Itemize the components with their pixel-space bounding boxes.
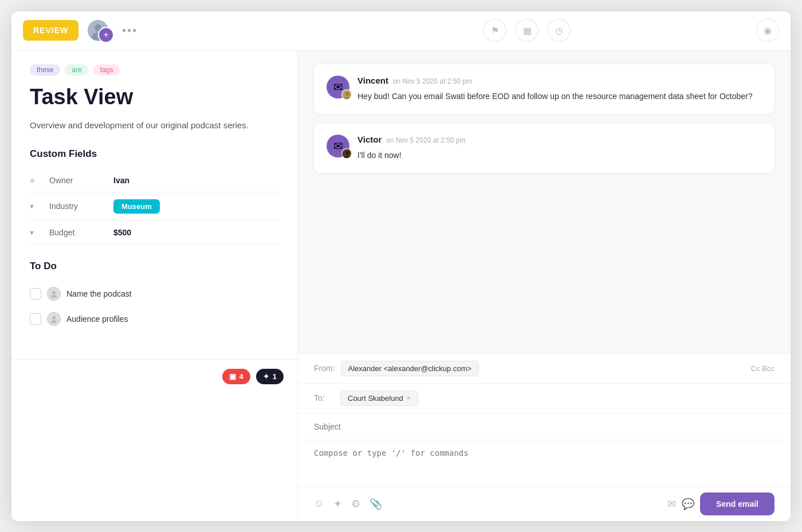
- clock-button[interactable]: ◷: [548, 19, 571, 42]
- vincent-msg-text: Hey bud! Can you email Swati before EOD …: [357, 90, 762, 103]
- owner-label: Owner: [49, 176, 107, 185]
- todo-avatar-audience: [47, 312, 61, 326]
- vincent-message-body: Vincent on Nov 5 2020 at 2:50 pm Hey bud…: [357, 76, 762, 103]
- vincent-msg-header: Vincent on Nov 5 2020 at 2:50 pm: [357, 76, 762, 85]
- badge-red[interactable]: ▣ 4: [222, 369, 250, 384]
- victor-author: Victor: [357, 135, 382, 144]
- magic-icon[interactable]: ✦: [333, 498, 342, 510]
- tag-tags[interactable]: tags: [93, 64, 120, 76]
- todo-text-audience: Audience profiles: [66, 314, 128, 324]
- top-bar: REVIEW + ••• ⚑ ▦: [11, 11, 791, 50]
- cc-bcc[interactable]: Cc Bcc: [751, 364, 775, 373]
- flag-icon: ⚑: [491, 25, 499, 36]
- todo-item-podcast: Name the podcast: [30, 281, 279, 306]
- top-bar-left: REVIEW + •••: [23, 19, 309, 42]
- toolbar-right: ✉ 💬 Send email: [667, 492, 775, 515]
- send-email-button[interactable]: Send email: [700, 492, 775, 515]
- victor-avatar-wrap: ✉: [327, 135, 349, 157]
- to-recipient-name: Court Skabelund: [348, 394, 403, 403]
- budget-icon: ▾: [30, 228, 42, 237]
- email-compose: From: Alexander <alexander@clickup.com> …: [298, 353, 791, 521]
- owner-value: Ivan: [113, 176, 129, 185]
- top-bar-center: ⚑ ▦ ◷: [309, 19, 745, 42]
- right-panel: ✉ Vincent on Nov: [298, 50, 791, 521]
- calendar-icon: ▦: [523, 25, 532, 36]
- messages-area: ✉ Vincent on Nov: [298, 50, 791, 353]
- message-card-vincent: ✉ Vincent on Nov: [314, 64, 775, 114]
- envelope-icon: ✉: [333, 80, 343, 94]
- app-window: REVIEW + ••• ⚑ ▦: [11, 11, 791, 521]
- to-label: To:: [314, 393, 335, 403]
- more-options-button[interactable]: •••: [117, 22, 142, 40]
- todo-title: To Do: [30, 261, 279, 272]
- task-description: Overview and development of our original…: [30, 119, 279, 132]
- custom-fields-title: Custom Fields: [30, 148, 279, 160]
- compose-textarea[interactable]: [314, 448, 775, 476]
- victor-message-body: Victor on Nov 5 2020 at 2:50 pm I'll do …: [357, 135, 762, 161]
- eye-icon: ◉: [764, 25, 772, 36]
- left-panel-container: these are tags Task View Overview and de…: [11, 50, 298, 521]
- avatar-group: +: [87, 19, 109, 42]
- main-content: these are tags Task View Overview and de…: [11, 50, 791, 521]
- badge-dark[interactable]: ✦ 1: [256, 369, 284, 384]
- todo-checkbox-podcast[interactable]: [30, 288, 41, 300]
- field-row-budget: ▾ Budget $500: [30, 221, 279, 245]
- owner-icon: ≡: [30, 176, 42, 185]
- message-card-victor: ✉ Victor on Nov 5: [314, 123, 775, 173]
- to-row: To: Court Skabelund ×: [298, 384, 791, 413]
- badge-red-count: 4: [239, 372, 243, 381]
- clock-icon: ◷: [555, 25, 563, 36]
- chat-icon[interactable]: 💬: [682, 498, 694, 510]
- tag-these[interactable]: these: [30, 64, 60, 76]
- industry-value[interactable]: Museum: [113, 199, 160, 214]
- compose-area: [298, 440, 791, 486]
- svg-point-8: [345, 92, 349, 96]
- todo-item-audience: Audience profiles: [30, 306, 279, 332]
- attachment-icon[interactable]: 📎: [369, 498, 382, 510]
- vincent-author: Vincent: [357, 76, 388, 85]
- todo-text-podcast: Name the podcast: [66, 289, 132, 298]
- review-button[interactable]: REVIEW: [23, 20, 78, 41]
- budget-value: $500: [113, 228, 131, 237]
- person-icon: [50, 290, 58, 298]
- envelope-toolbar-icon[interactable]: ✉: [667, 498, 676, 510]
- left-panel: these are tags Task View Overview and de…: [11, 50, 298, 359]
- calendar-button[interactable]: ▦: [516, 19, 538, 42]
- svg-point-6: [51, 320, 57, 323]
- flag-button[interactable]: ⚑: [483, 19, 506, 42]
- eye-button[interactable]: ◉: [756, 19, 779, 42]
- budget-label: Budget: [49, 228, 107, 237]
- victor-msg-header: Victor on Nov 5 2020 at 2:50 pm: [357, 135, 762, 144]
- from-value[interactable]: Alexander <alexander@clickup.com>: [341, 361, 479, 376]
- email-toolbar: ☺ ✦ ⚙ 📎 ✉ 💬 Send email: [298, 486, 791, 521]
- tag-are[interactable]: are: [65, 64, 88, 76]
- victor-time: on Nov 5 2020 at 2:50 pm: [386, 136, 465, 144]
- from-row: From: Alexander <alexander@clickup.com> …: [298, 354, 791, 384]
- to-recipient-chip[interactable]: Court Skabelund ×: [340, 391, 418, 406]
- vincent-avatar-wrap: ✉: [327, 76, 349, 98]
- remove-recipient-button[interactable]: ×: [407, 394, 411, 402]
- todo-checkbox-audience[interactable]: [30, 313, 41, 325]
- left-bottom-bar: ▣ 4 ✦ 1: [11, 359, 297, 393]
- gear-icon[interactable]: ⚙: [351, 498, 360, 510]
- task-title: Task View: [30, 85, 279, 109]
- emoji-icon[interactable]: ☺: [314, 498, 324, 510]
- tags-row: these are tags: [30, 64, 279, 76]
- vincent-small-avatar: [341, 89, 352, 100]
- subject-input[interactable]: [314, 422, 775, 431]
- svg-point-3: [52, 291, 56, 294]
- custom-fields: Custom Fields ≡ Owner Ivan ▾ Industry Mu…: [30, 148, 279, 245]
- victor-face-icon: [342, 149, 352, 159]
- todo-avatar-podcast: [47, 287, 61, 301]
- person-icon-2: [50, 315, 58, 323]
- vincent-face-icon: [342, 90, 352, 100]
- field-row-industry: ▾ Industry Museum: [30, 192, 279, 221]
- industry-icon: ▾: [30, 202, 42, 211]
- svg-point-11: [345, 151, 349, 155]
- industry-label: Industry: [49, 202, 107, 211]
- victor-msg-text: I'll do it now!: [357, 149, 762, 161]
- from-label: From:: [314, 364, 335, 373]
- add-user-button[interactable]: +: [98, 27, 114, 43]
- badge-red-icon: ▣: [229, 372, 236, 381]
- svg-point-5: [52, 316, 56, 320]
